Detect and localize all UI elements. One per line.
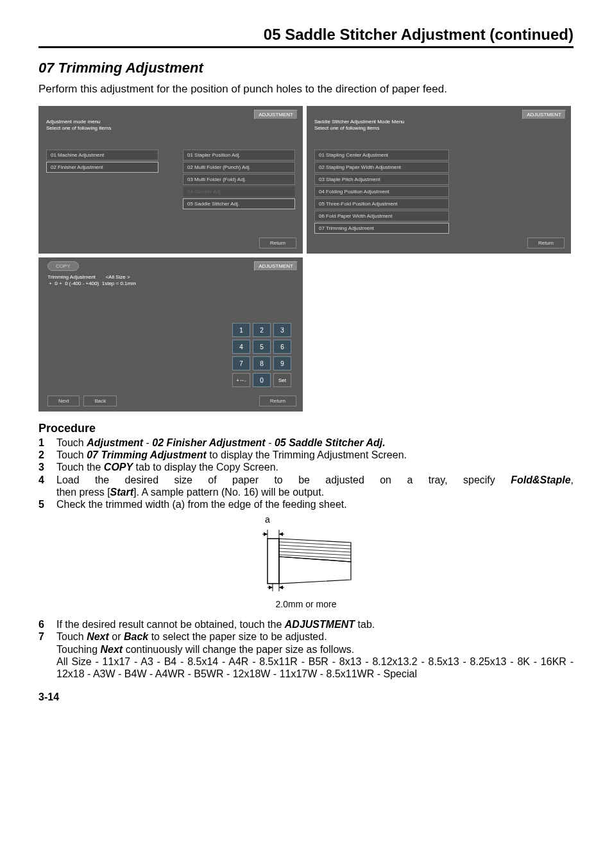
trim-line1: Trimming Adjustment <All Size > <box>47 274 130 280</box>
s3-b: COPY <box>104 462 133 473</box>
return-button-2[interactable]: Return <box>527 238 565 248</box>
screenshot-panel-trimming: COPY ADJUSTMENT Trimming Adjustment <All… <box>38 257 303 412</box>
menu-staple-pitch[interactable]: 03 Staple Pitch Adjustment <box>314 174 449 185</box>
step-6-text: If the desired result cannot be obtained… <box>56 618 574 630</box>
s1-b: Adjustment <box>87 437 143 448</box>
key-8[interactable]: 8 <box>253 356 271 370</box>
diagram-label-a: a <box>0 514 574 525</box>
key-9[interactable]: 9 <box>273 356 291 370</box>
section-title: 07 Trimming Adjustment <box>38 60 574 76</box>
s6-a: If the desired result cannot be obtained… <box>56 619 285 630</box>
step-6: 6 If the desired result cannot be obtain… <box>38 618 574 630</box>
key-set[interactable]: Set <box>273 373 291 387</box>
next-button[interactable]: Next <box>47 395 80 406</box>
key-4[interactable]: 4 <box>232 340 250 354</box>
s4-l1-c: , <box>571 474 574 485</box>
menu-folding-position[interactable]: 04 Folding Position Adjustment <box>314 186 449 197</box>
step-7: 7 Touch Next or Back to select the paper… <box>38 630 574 680</box>
panel2-items: 01 Stapling Center Adjustment 02 Staplin… <box>314 150 449 234</box>
diagram: a 2.0mm or more <box>38 514 574 609</box>
step-num-5: 5 <box>38 498 56 510</box>
copy-tab[interactable]: COPY <box>47 261 79 271</box>
svg-line-8 <box>279 545 351 549</box>
s4-l1-b: Fold&Staple <box>511 474 570 485</box>
panel1-header-line1: Adjustment mode menu <box>46 119 101 125</box>
intro-text: Perform this adjustment for the position… <box>38 83 574 96</box>
diagram-svg <box>242 525 370 595</box>
menu-trimming-adjustment[interactable]: 07 Trimming Adjustment <box>314 223 449 234</box>
key-7[interactable]: 7 <box>232 356 250 370</box>
step-num-4: 4 <box>38 474 56 498</box>
menu-stapling-paper-width[interactable]: 02 Stapling Paper Width Adjustment <box>314 162 449 173</box>
s2-b: 07 Trimming Adjustment <box>87 449 207 460</box>
step-2: 2 Touch 07 Trimming Adjustment to displa… <box>38 449 574 461</box>
trimming-info: Trimming Adjustment <All Size > + 0 + 0 … <box>47 274 136 286</box>
return-button-3[interactable]: Return <box>259 395 296 406</box>
panel1-header: Adjustment mode menu Select one of follo… <box>46 119 111 131</box>
step-4-text: Load the desired size of paper to be adj… <box>56 474 574 498</box>
menu-multi-folder-fold[interactable]: 03 Multi Folder (Fold) Adj. <box>183 174 295 185</box>
menu-finisher-adjustment[interactable]: 02 Finisher Adjustment <box>46 162 158 173</box>
s7-e: to select the paper size to be adjusted. <box>148 631 327 642</box>
svg-marker-17 <box>279 586 283 589</box>
trim-line2: + 0 + 0 (-400 - +400) 1step = 0.1mm <box>47 281 136 286</box>
key-2[interactable]: 2 <box>253 323 271 337</box>
step-num-7: 7 <box>38 630 56 680</box>
s3-a: Touch the <box>56 462 104 473</box>
key-5[interactable]: 5 <box>253 340 271 354</box>
svg-marker-3 <box>264 532 268 536</box>
panel1-header-line2: Select one of following items <box>46 125 111 131</box>
adjustment-tab-label[interactable]: ADJUSTMENT <box>254 110 298 119</box>
key-3[interactable]: 3 <box>273 323 291 337</box>
svg-marker-5 <box>279 532 283 536</box>
screenshots-row-1: ADJUSTMENT Adjustment mode menu Select o… <box>38 106 574 254</box>
next-back-row: Next Back <box>47 395 117 406</box>
s4-l2-a: then press [ <box>56 487 110 498</box>
s2-c: to display the Trimming Adjustment Scree… <box>207 449 407 460</box>
return-button[interactable]: Return <box>259 238 296 248</box>
step-num-1: 1 <box>38 437 56 449</box>
menu-multi-folder-punch[interactable]: 02 Multi Folder (Punch) Adj. <box>183 162 295 173</box>
step-3-text: Touch the COPY tab to display the Copy S… <box>56 461 574 473</box>
s7-d: Back <box>124 631 148 642</box>
back-button[interactable]: Back <box>83 395 117 406</box>
menu-stapling-center[interactable]: 01 Stapling Center Adjustment <box>314 150 449 161</box>
s7-l3: All Size - 11x17 - A3 - B4 - 8.5x14 - A4… <box>56 656 574 679</box>
step-1: 1 Touch Adjustment - 02 Finisher Adjustm… <box>38 437 574 449</box>
s7-l2-a: Touching <box>56 644 101 655</box>
menu-stacker: 04 Stacker Adj. <box>183 186 295 197</box>
s1-f: 05 Saddle Stitcher Adj. <box>275 437 386 448</box>
svg-line-9 <box>279 548 351 552</box>
step-5: 5 Check the trimmed width (a) from the e… <box>38 498 574 510</box>
step-2-text: Touch 07 Trimming Adjustment to display … <box>56 449 574 461</box>
svg-rect-6 <box>268 539 279 584</box>
page-header-title: 05 Saddle Stitcher Adjustment (continued… <box>38 26 574 48</box>
menu-three-fold-position[interactable]: 05 Three-Fold Position Adjustment <box>314 198 449 209</box>
s1-d: 02 Finisher Adjustment <box>152 437 265 448</box>
svg-marker-15 <box>269 586 273 589</box>
menu-stapler-position[interactable]: 01 Stapler Position Adj. <box>183 150 295 161</box>
svg-line-7 <box>279 542 351 546</box>
s7-l2-b: Next <box>101 644 123 655</box>
step-num-6: 6 <box>38 618 56 630</box>
adjustment-tab-label-3[interactable]: ADJUSTMENT <box>254 261 298 271</box>
menu-machine-adjustment[interactable]: 01 Machine Adjustment <box>46 150 158 161</box>
svg-line-11 <box>279 555 351 559</box>
step-1-text: Touch Adjustment - 02 Finisher Adjustmen… <box>56 437 574 449</box>
menu-saddle-stitcher[interactable]: 05 Saddle Stitcher Adj. <box>183 198 295 209</box>
menu-fold-paper-width[interactable]: 06 Fold Paper Width Adjustment <box>314 211 449 221</box>
s4-l2-b: Start <box>110 487 133 498</box>
s1-c: - <box>143 437 152 448</box>
s7-l2-c: continuously will change the paper size … <box>123 644 354 655</box>
panel2-header: Saddle Stitcher Adjustment Mode Menu Sel… <box>314 119 405 131</box>
screenshot-panel-adjustment-menu: ADJUSTMENT Adjustment mode menu Select o… <box>38 106 303 254</box>
panel1-right-column: 01 Stapler Position Adj. 02 Multi Folder… <box>183 150 295 209</box>
key-sign-toggle[interactable]: +↔- <box>232 373 250 387</box>
s1-e: - <box>266 437 275 448</box>
key-6[interactable]: 6 <box>273 340 291 354</box>
numeric-keypad: 1 2 3 4 5 6 7 8 9 +↔- 0 Set <box>232 323 291 387</box>
key-1[interactable]: 1 <box>232 323 250 337</box>
adjustment-tab-label-2[interactable]: ADJUSTMENT <box>522 110 566 119</box>
key-0[interactable]: 0 <box>253 373 271 387</box>
s3-c: tab to display the Copy Screen. <box>133 462 278 473</box>
